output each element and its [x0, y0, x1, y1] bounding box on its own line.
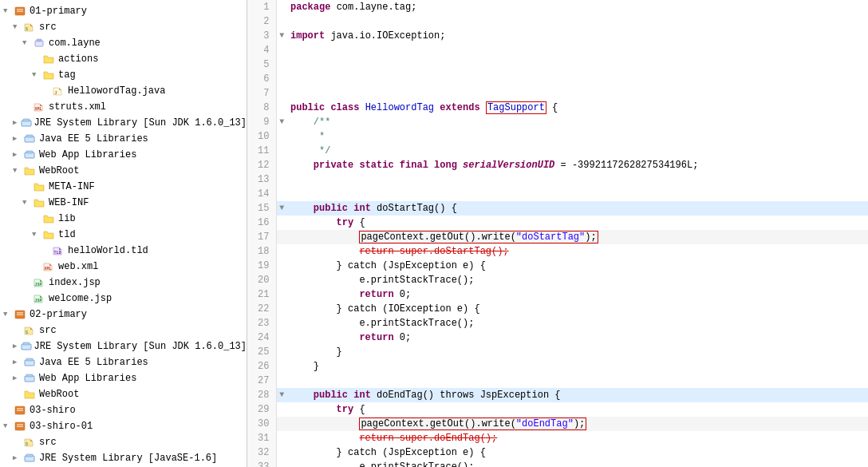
sidebar-item-tag[interactable]: ▼tag	[0, 67, 247, 83]
sidebar-item-lib[interactable]: lib	[0, 211, 247, 227]
sidebar-item-javaee5[interactable]: ▶Java EE 5 Libraries	[0, 131, 247, 147]
sidebar-item-actions[interactable]: actions	[0, 51, 247, 67]
tree-arrow[interactable]: ▶	[13, 132, 22, 146]
folder-icon	[24, 164, 37, 177]
fold-arrow[interactable]	[276, 129, 287, 144]
tree-arrow[interactable]: ▼	[3, 307, 13, 322]
sidebar-item-index.jsp[interactable]: JSPindex.jsp	[0, 275, 247, 291]
sidebar-item-src2[interactable]: Ssrc	[0, 323, 247, 338]
sidebar-item-webapp[interactable]: ▶Web App Libraries	[0, 147, 247, 163]
lib-icon	[24, 356, 37, 369]
fold-arrow[interactable]	[276, 244, 287, 259]
fold-arrow[interactable]: ▼	[276, 388, 287, 402]
sidebar-item-javaee5-2[interactable]: ▶Java EE 5 Libraries	[0, 354, 247, 370]
tree-arrow[interactable]: ▼	[13, 164, 22, 178]
fold-arrow[interactable]	[276, 101, 287, 115]
fold-arrow[interactable]	[276, 158, 287, 172]
sidebar-item-struts.xml[interactable]: XMLstruts.xml	[0, 99, 247, 115]
fold-arrow[interactable]	[276, 359, 287, 374]
fold-arrow[interactable]	[276, 330, 287, 345]
sidebar-item-src[interactable]: ▼Ssrc	[0, 19, 247, 35]
sidebar-item-03-shiro[interactable]: 03-shiro	[0, 402, 247, 418]
code-line: e.printStackTrace();	[287, 460, 868, 467]
sidebar-item-02-primary[interactable]: ▼02-primary	[0, 307, 247, 323]
sidebar-item-src3[interactable]: Ssrc	[0, 434, 247, 450]
code-line: return super.doStartTag();	[287, 244, 868, 259]
tree-arrow[interactable]: ▶	[13, 116, 19, 130]
code-editor[interactable]: 1package com.layne.tag;23▼import java.io…	[247, 0, 868, 467]
fold-arrow[interactable]	[276, 0, 287, 14]
line-number: 4	[247, 43, 276, 57]
sidebar-item-webroot2[interactable]: WebRoot	[0, 386, 247, 402]
tree-arrow[interactable]: ▶	[13, 371, 22, 386]
code-line: return 0;	[287, 287, 868, 302]
fold-arrow[interactable]	[276, 417, 287, 431]
svg-text:S: S	[26, 330, 28, 335]
code-line: private static final long serialVersionU…	[287, 158, 868, 172]
sidebar-item-jre-system[interactable]: ▶JRE System Library [Sun JDK 1.6.0_13]	[0, 115, 247, 131]
code-line	[287, 86, 868, 101]
fold-arrow[interactable]	[276, 402, 287, 417]
fold-arrow[interactable]	[276, 57, 287, 72]
sidebar-item-HellowordTag.java[interactable]: JHellowordTag.java	[0, 83, 247, 99]
fold-arrow[interactable]	[276, 374, 287, 388]
fold-arrow[interactable]: ▼	[276, 201, 287, 216]
sidebar-item-web-inf[interactable]: ▼WEB-INF	[0, 195, 247, 211]
fold-arrow[interactable]	[276, 460, 287, 467]
sidebar-item-03-shiro-01[interactable]: ▼03-shiro-01	[0, 418, 247, 434]
tree-arrow[interactable]: ▼	[32, 228, 41, 242]
fold-arrow[interactable]	[276, 302, 287, 316]
line-number: 10	[247, 129, 276, 144]
sidebar-item-web.xml[interactable]: XMLweb.xml	[0, 259, 247, 275]
tree-arrow[interactable]: ▶	[13, 148, 22, 162]
fold-arrow[interactable]	[276, 273, 287, 287]
fold-arrow[interactable]	[276, 316, 287, 330]
sidebar-item-tld[interactable]: ▼tld	[0, 227, 247, 243]
xml-icon: XML	[43, 260, 56, 273]
fold-arrow[interactable]	[276, 259, 287, 273]
tree-arrow[interactable]: ▼	[3, 419, 13, 433]
svg-rect-19	[26, 151, 33, 153]
fold-arrow[interactable]: ▼	[276, 115, 287, 129]
fold-arrow[interactable]	[276, 144, 287, 158]
sidebar-item-webroot[interactable]: ▼WebRoot	[0, 163, 247, 179]
line-number: 19	[247, 259, 276, 273]
sidebar-item-com.layne[interactable]: ▼com.layne	[0, 35, 247, 51]
fold-arrow[interactable]: ▼	[276, 29, 287, 43]
tree-arrow[interactable]: ▼	[22, 196, 32, 210]
fold-arrow[interactable]	[276, 187, 287, 201]
fold-arrow[interactable]	[276, 172, 287, 187]
fold-arrow[interactable]	[276, 43, 287, 57]
svg-marker-4	[30, 24, 33, 26]
sidebar-item-helloWorld.tld[interactable]: TLDhelloWorld.tld	[0, 243, 247, 259]
tree-arrow[interactable]: ▼	[32, 68, 41, 82]
sidebar-item-welcome.jsp[interactable]: JSPwelcome.jsp	[0, 291, 247, 307]
tree-arrow[interactable]: ▶	[13, 355, 22, 370]
fold-arrow[interactable]	[276, 86, 287, 101]
line-number: 32	[247, 445, 276, 460]
sidebar-item-meta-inf[interactable]: META-INF	[0, 179, 247, 195]
tree-label: Java EE 5 Libraries	[39, 355, 148, 370]
tree-arrow[interactable]: ▼	[22, 36, 32, 50]
fold-arrow[interactable]	[276, 72, 287, 86]
sidebar-item-webapp2[interactable]: ▶Web App Libraries	[0, 370, 247, 386]
sidebar-item-01-primary[interactable]: ▼01-primary	[0, 3, 247, 19]
tree-arrow[interactable]: ▶	[13, 339, 19, 354]
svg-rect-34	[17, 315, 23, 316]
fold-arrow[interactable]	[276, 216, 287, 230]
fold-arrow[interactable]	[276, 230, 287, 244]
sidebar-item-jre-system2[interactable]: ▶JRE System Library [Sun JDK 1.6.0_13]	[0, 338, 247, 354]
sidebar-item-jre-system3[interactable]: ▶JRE System Library [JavaSE-1.6]	[0, 450, 247, 466]
tree-arrow[interactable]: ▼	[13, 20, 22, 34]
tree-label: web.xml	[58, 259, 98, 274]
java-icon: J	[53, 85, 65, 97]
fold-arrow[interactable]	[276, 345, 287, 359]
fold-arrow[interactable]	[276, 14, 287, 29]
folder-icon	[43, 69, 56, 81]
fold-arrow[interactable]	[276, 431, 287, 445]
fold-arrow[interactable]	[276, 445, 287, 460]
tree-arrow[interactable]: ▶	[13, 451, 22, 465]
project-explorer[interactable]: ▼01-primary▼Ssrc▼com.layneactions▼tagJHe…	[0, 0, 247, 467]
tree-arrow[interactable]: ▼	[3, 4, 13, 18]
fold-arrow[interactable]	[276, 287, 287, 302]
